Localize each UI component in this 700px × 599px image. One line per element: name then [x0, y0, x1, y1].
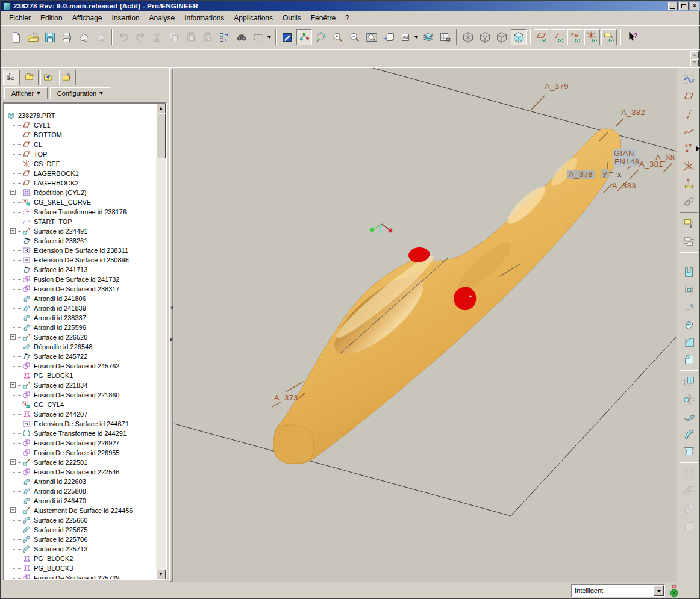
maximize-button[interactable]	[679, 2, 689, 10]
print-button[interactable]	[59, 29, 75, 45]
menu-informations[interactable]: Informations	[180, 12, 229, 24]
tree-item-label[interactable]: Arrondi id 225596	[33, 324, 87, 331]
datum-label-x[interactable]: x	[617, 170, 622, 179]
model-tree-scrollbar[interactable]: ▲ ▼	[156, 104, 166, 579]
reference-tool-button[interactable]	[681, 193, 698, 209]
tree-item-label[interactable]: Extension De Surface id 238311	[33, 247, 130, 254]
tree-item-label[interactable]: Surface id 225675	[33, 526, 89, 533]
menu-outils[interactable]: Outils	[278, 12, 306, 24]
tree-item-label[interactable]: CG_CYL4	[33, 401, 65, 408]
tree-item-label[interactable]: Surface id 241713	[33, 266, 89, 273]
tree-item-label[interactable]: Arrondi id 246470	[33, 497, 87, 504]
orient-mode-button[interactable]	[313, 29, 329, 45]
tree-item-label[interactable]: Surface id 226520	[33, 334, 89, 341]
tree-item-label[interactable]: Surface id 225713	[33, 545, 89, 553]
message-scroll-up-button[interactable]: ▲	[690, 51, 699, 58]
tree-item-label[interactable]: Arrondi id 241839	[33, 305, 87, 312]
refit-button[interactable]	[364, 29, 380, 45]
selection-filter-combobox[interactable]: Intelligent	[571, 584, 665, 597]
round-tool-button[interactable]	[681, 334, 698, 350]
datum-planes-toggle[interactable]	[534, 29, 549, 45]
tree-item-label[interactable]: Arrondi id 238337	[33, 314, 87, 321]
datum-label-a-379[interactable]: A_379	[545, 82, 569, 91]
menu-edition[interactable]: Edition	[36, 12, 67, 24]
scrollbar-thumb[interactable]	[156, 114, 166, 158]
menu-help[interactable]: ?	[340, 12, 354, 24]
tree-item-label[interactable]: Fusion De Surface id 245762	[33, 362, 120, 370]
tree-item-label[interactable]: CYL1	[33, 122, 52, 129]
new-file-button[interactable]	[8, 29, 24, 45]
mirror-tool-button[interactable]	[681, 391, 698, 407]
shaded-display-button[interactable]	[511, 29, 527, 45]
analysis-point-tool-button[interactable]	[681, 176, 698, 192]
extrude-tool-button[interactable]	[681, 264, 698, 280]
tree-item-label[interactable]: Surface id 225706	[33, 536, 89, 543]
save-button[interactable]	[42, 29, 58, 45]
tree-item-label[interactable]: Fusion De Surface id 221860	[33, 391, 120, 399]
tree-item-label[interactable]: Ajustement De Surface id 224456	[33, 507, 134, 514]
tree-item-label[interactable]: LAGERBOCK2	[33, 179, 80, 187]
tree-item-label[interactable]: PG_BLOCK3	[33, 565, 74, 572]
tree-item-label[interactable]: PG_BLOCK2	[33, 555, 74, 562]
tree-expander[interactable]: +	[10, 459, 16, 465]
datum-axes-toggle[interactable]	[551, 29, 566, 45]
open-file-button[interactable]	[25, 29, 41, 45]
menu-fichier[interactable]: Fichier	[4, 12, 36, 24]
flyout-arrow-icon[interactable]	[696, 146, 700, 151]
datum-csys-tool-button[interactable]: yxz	[681, 158, 698, 175]
datum-label-y[interactable]: y	[601, 169, 609, 178]
tree-item-label[interactable]: BOTTOM	[33, 131, 63, 138]
datum-curve-tool-button[interactable]	[681, 123, 698, 140]
tree-item-label[interactable]: Surface id 225660	[33, 517, 89, 524]
tree-item-label[interactable]: Surface id 244207	[33, 411, 89, 418]
tree-item-label[interactable]: LAGERBOCK1	[33, 170, 80, 177]
chamfer-tool-button[interactable]	[681, 351, 698, 367]
wireframe-display-button[interactable]	[460, 29, 476, 45]
datum-points-toggle[interactable]	[567, 29, 583, 45]
saved-views-button[interactable]: AB	[398, 29, 419, 45]
collapse-left-icon[interactable]	[168, 305, 173, 310]
selection-filter-dropdown-button[interactable]	[654, 585, 664, 596]
spin-center-toggle[interactable]	[296, 29, 312, 45]
annotation-tool-button[interactable]	[681, 216, 698, 232]
tree-item-label[interactable]: Fusion De Surface id 226955	[33, 449, 120, 456]
tree-item-label[interactable]: Fusion De Surface id 222546	[33, 468, 120, 476]
tab-folder-browser[interactable]	[22, 70, 39, 85]
tree-item-label[interactable]: Arrondi id 222603	[33, 478, 87, 485]
configuration-dropdown[interactable]: Configuration	[50, 87, 110, 99]
tree-item-label[interactable]: CS_DEF	[33, 160, 61, 167]
menu-affichage[interactable]: Affichage	[67, 12, 107, 24]
merge-tool-button[interactable]	[681, 408, 698, 424]
sketch-tool-button[interactable]	[681, 71, 698, 87]
context-help-button[interactable]: ?	[624, 29, 640, 45]
no-hidden-display-button[interactable]	[494, 29, 510, 45]
datum-label-a-381[interactable]: A_381	[639, 160, 663, 169]
datum-label-a-382[interactable]: A_382	[621, 108, 645, 117]
reorient-view-button[interactable]	[381, 29, 396, 45]
panel-splitter[interactable]	[168, 68, 174, 582]
tree-item-label[interactable]: Extension De Surface id 244671	[33, 420, 130, 427]
tree-item-label[interactable]: Arrondi id 241806	[33, 295, 87, 302]
layers-button[interactable]	[420, 29, 436, 45]
revolve-tool-button[interactable]	[681, 281, 698, 297]
datum-label-a-378[interactable]: A_378	[567, 170, 595, 179]
tree-item-label[interactable]: Fusion De Surface id 225729	[33, 574, 120, 579]
repaint-button[interactable]	[280, 29, 295, 45]
tree-item-label[interactable]: PG_BLOCK1	[33, 372, 74, 379]
hidden-line-display-button[interactable]	[477, 29, 493, 45]
menu-applications[interactable]: Applications	[229, 12, 278, 24]
swept-surface-tool-button[interactable]	[681, 426, 698, 442]
copy-geometry-tool-button[interactable]	[681, 373, 698, 390]
tree-item-label[interactable]: Surface id 221834	[33, 382, 89, 389]
tree-item-label[interactable]: Fusion De Surface id 226927	[33, 439, 120, 447]
tree-item-label[interactable]: Surface id 224491	[33, 228, 89, 235]
erase-display-button[interactable]	[76, 29, 92, 45]
datum-label-gian[interactable]: GIAN	[613, 149, 636, 158]
tree-item-label[interactable]: Surface Transformee id 238176	[33, 208, 128, 216]
selection-filter-button[interactable]	[251, 29, 272, 45]
datum-label-a-373[interactable]: A_373	[274, 393, 298, 402]
regenerate-button[interactable]	[217, 29, 233, 45]
boundary-blend-tool-button[interactable]	[681, 443, 698, 459]
datum-csys-toggle[interactable]: yx	[584, 29, 600, 45]
close-button[interactable]: ×	[690, 2, 699, 10]
